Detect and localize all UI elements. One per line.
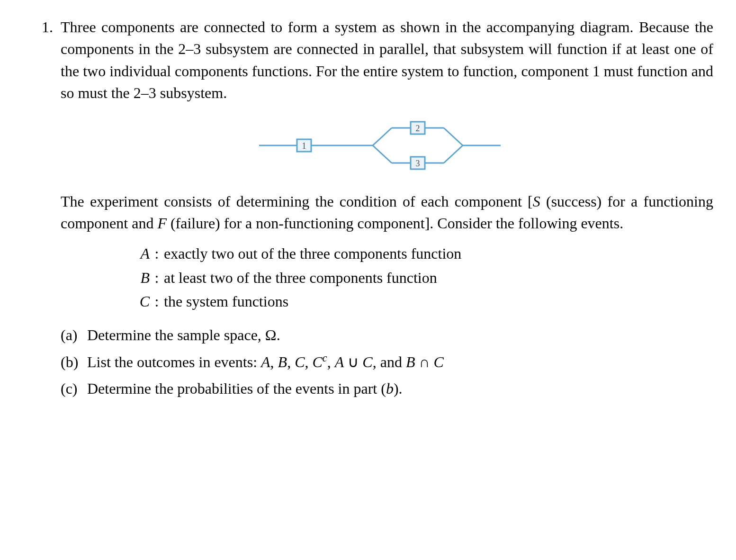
sub-c-b: b bbox=[386, 380, 394, 397]
event-text: at least two of the three components fun… bbox=[164, 267, 713, 289]
subpart-text: Determine the probabilities of the event… bbox=[87, 378, 713, 399]
event-colon: : bbox=[150, 243, 164, 264]
subpart-label: (a) bbox=[61, 324, 87, 346]
subpart-text: Determine the sample space, Ω. bbox=[87, 324, 713, 346]
component-label-1: 1 bbox=[302, 141, 306, 151]
wire-split-down bbox=[373, 145, 392, 163]
sub-a-pre: Determine the sample space, bbox=[87, 326, 265, 343]
event-definitions: A : exactly two out of the three compone… bbox=[61, 243, 713, 312]
event-text: exactly two out of the three components … bbox=[164, 243, 713, 264]
paragraph-statement-2: The experiment consists of determining t… bbox=[61, 190, 713, 235]
problem-body: Three components are connected to form a… bbox=[61, 16, 713, 404]
subpart-b: (b) List the outcomes in events: A, B, C… bbox=[61, 351, 713, 373]
subpart-label: (b) bbox=[61, 351, 87, 373]
paragraph-statement-1: Three components are connected to form a… bbox=[61, 16, 713, 104]
sym-C: C bbox=[362, 353, 372, 370]
subpart-c: (c) Determine the probabilities of the e… bbox=[61, 378, 713, 399]
sep: , bbox=[270, 353, 278, 370]
symbol-F: F bbox=[157, 215, 167, 232]
sub-c-pre: Determine the probabilities of the event… bbox=[87, 380, 386, 397]
problem-number: 1. bbox=[23, 16, 61, 38]
sub-a-post: . bbox=[277, 326, 280, 343]
sym-A: A bbox=[335, 353, 344, 370]
sep: , bbox=[327, 353, 335, 370]
p2-mid2: (failure) for a non-functioning componen… bbox=[167, 215, 623, 232]
sep: , bbox=[305, 353, 312, 370]
subpart-text: List the outcomes in events: A, B, C, Cc… bbox=[87, 351, 713, 373]
sym-B: B bbox=[278, 353, 287, 370]
event-colon: : bbox=[150, 290, 164, 312]
intersect-symbol: ∩ bbox=[415, 353, 433, 370]
symbol-S: S bbox=[533, 193, 540, 210]
subpart-label: (c) bbox=[61, 378, 87, 399]
system-diagram: 1 2 bbox=[61, 115, 713, 176]
sym-C: C bbox=[295, 353, 305, 370]
subpart-a: (a) Determine the sample space, Ω. bbox=[61, 324, 713, 346]
sym-B: B bbox=[406, 353, 415, 370]
reliability-diagram-svg: 1 2 bbox=[254, 115, 520, 176]
component-label-2: 2 bbox=[416, 124, 420, 133]
sub-c-post: ). bbox=[394, 380, 403, 397]
sym-C: C bbox=[312, 353, 322, 370]
wire-merge-down bbox=[444, 145, 463, 163]
wire-merge-up bbox=[444, 128, 463, 145]
wire-split-up bbox=[373, 128, 392, 145]
sep: , and bbox=[373, 353, 406, 370]
subparts-list: (a) Determine the sample space, Ω. (b) L… bbox=[61, 324, 713, 400]
problem-1: 1. Three components are connected to for… bbox=[23, 16, 713, 404]
sym-C: C bbox=[434, 353, 444, 370]
page: 1. Three components are connected to for… bbox=[0, 0, 736, 560]
event-label: A bbox=[127, 243, 150, 264]
event-A: A : exactly two out of the three compone… bbox=[127, 243, 713, 264]
omega-symbol: Ω bbox=[265, 326, 277, 343]
event-B: B : at least two of the three components… bbox=[127, 267, 713, 289]
sep: , bbox=[287, 353, 295, 370]
event-text: the system functions bbox=[164, 290, 713, 312]
event-colon: : bbox=[150, 267, 164, 289]
p2-pre: The experiment consists of determining t… bbox=[61, 193, 533, 210]
event-label: B bbox=[127, 267, 150, 289]
event-C: C : the system functions bbox=[127, 290, 713, 312]
complement-superscript: c bbox=[323, 352, 327, 364]
component-label-3: 3 bbox=[416, 159, 420, 168]
event-label: C bbox=[127, 290, 150, 312]
sym-A: A bbox=[261, 353, 270, 370]
sub-b-pre: List the outcomes in events: bbox=[87, 353, 261, 370]
union-symbol: ∪ bbox=[344, 353, 362, 370]
